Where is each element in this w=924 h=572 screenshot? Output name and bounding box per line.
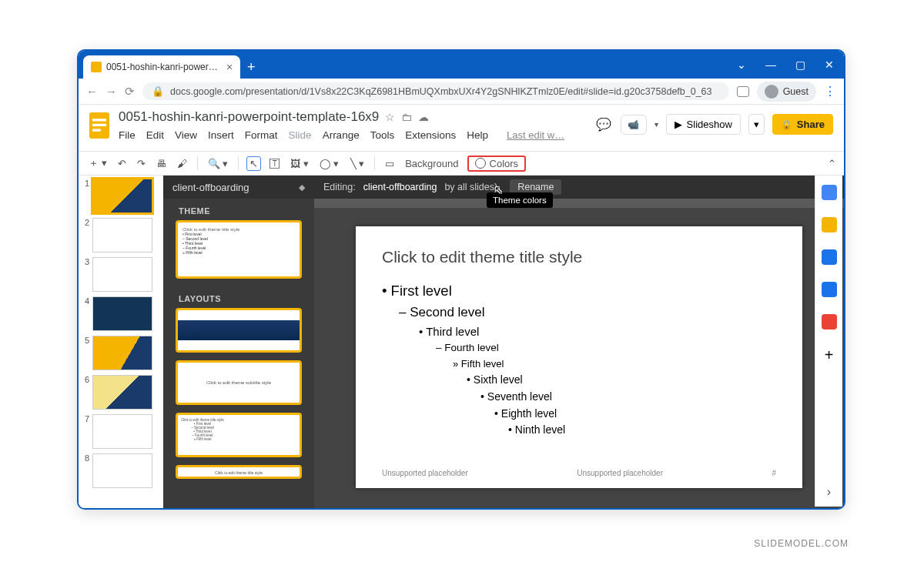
menu-format[interactable]: Format: [245, 129, 278, 141]
master-slide-canvas[interactable]: Click to edit theme title style • First …: [356, 226, 802, 488]
new-slide-button[interactable]: ＋ ▾: [86, 155, 109, 172]
address-bar[interactable]: 🔒 docs.google.com/presentation/d/1Vs8x22…: [142, 82, 729, 100]
editor-pane: Editing: client-offboarding by all slide…: [314, 176, 844, 508]
slide-thumb-8[interactable]: 8: [82, 453, 163, 488]
share-button[interactable]: 🔒Share: [772, 114, 833, 135]
shape-tool[interactable]: ◯ ▾: [317, 156, 342, 171]
meet-dropdown-icon[interactable]: ▾: [654, 120, 658, 129]
attribution: SLIDEMODEL.COM: [754, 538, 849, 549]
redo-icon[interactable]: ↷: [135, 156, 148, 171]
image-tool[interactable]: 🖼 ▾: [288, 156, 311, 171]
install-app-icon[interactable]: [737, 86, 749, 97]
url-bar: ← → ⟳ 🔒 docs.google.com/presentation/d/1…: [79, 79, 844, 105]
doc-header: 0051-hoshin-kanri-powerpoint-template-16…: [79, 105, 844, 151]
cursor-icon: ↖: [494, 184, 503, 196]
titlebar: 0051-hoshin-kanri-powerpoint-t × + ⌄ — ▢…: [79, 51, 844, 79]
theme-title-placeholder[interactable]: Click to edit theme title style: [382, 248, 776, 266]
menu-slide[interactable]: Slide: [289, 129, 312, 141]
editing-name: client-offboarding: [363, 182, 437, 192]
keep-icon[interactable]: [822, 217, 837, 232]
nav-forward-icon[interactable]: →: [105, 85, 117, 98]
layout-thumb-2[interactable]: Click to edit theme subtitle style: [176, 360, 302, 405]
reload-icon[interactable]: ⟳: [125, 85, 135, 99]
print-icon[interactable]: 🖶: [154, 156, 169, 171]
browser-window: 0051-hoshin-kanri-powerpoint-t × + ⌄ — ▢…: [77, 49, 845, 510]
browser-menu-icon[interactable]: ⋮: [824, 84, 836, 99]
line-tool[interactable]: ╲ ▾: [348, 156, 367, 171]
zoom-icon[interactable]: 🔍 ▾: [206, 156, 231, 171]
undo-icon[interactable]: ↶: [116, 156, 129, 171]
canvas-area[interactable]: Click to edit theme title style • First …: [314, 208, 844, 508]
theme-dropdown-icon[interactable]: ◆: [299, 182, 305, 192]
ruler[interactable]: [314, 199, 844, 208]
slide-thumb-5[interactable]: 5: [82, 336, 163, 370]
slide-thumb-2[interactable]: 2: [82, 218, 163, 253]
slideshow-dropdown[interactable]: ▾: [748, 114, 765, 135]
slide-thumb-7[interactable]: 7: [82, 414, 163, 449]
layout-thumb-4[interactable]: Click to edit theme title style: [176, 465, 302, 479]
slide-thumb-3[interactable]: 3: [82, 257, 163, 292]
calendar-icon[interactable]: [822, 185, 837, 200]
theme-editor: client-offboarding ◆ THEME Click to edit…: [163, 176, 844, 508]
select-tool[interactable]: ↖: [246, 156, 261, 171]
theme-master-thumb[interactable]: Click to edit theme title style• First l…: [176, 220, 302, 279]
maximize-icon[interactable]: ▢: [785, 51, 815, 79]
theme-browser-header[interactable]: client-offboarding ◆: [163, 176, 314, 199]
slides-logo-icon[interactable]: [89, 112, 109, 139]
doc-title[interactable]: 0051-hoshin-kanri-powerpoint-template-16…: [119, 109, 379, 125]
layout-thumb-1[interactable]: [176, 308, 302, 353]
browser-tab[interactable]: 0051-hoshin-kanri-powerpoint-t ×: [83, 55, 240, 79]
move-icon[interactable]: 🗀: [401, 111, 412, 123]
menu-edit[interactable]: Edit: [146, 129, 164, 141]
avatar-icon: [765, 85, 778, 99]
palette-icon: [475, 158, 486, 169]
play-icon: ▶: [675, 119, 682, 130]
close-window-icon[interactable]: ✕: [815, 51, 844, 79]
tab-title: 0051-hoshin-kanri-powerpoint-t: [106, 62, 222, 72]
guest-profile[interactable]: Guest: [757, 82, 816, 102]
last-edit-link[interactable]: Last edit w…: [507, 129, 564, 141]
colors-button[interactable]: Colors: [467, 156, 527, 172]
window-dropdown-icon[interactable]: ⌄: [727, 51, 756, 79]
menu-arrange[interactable]: Arrange: [323, 129, 360, 141]
guest-label: Guest: [783, 86, 808, 97]
theme-browser: client-offboarding ◆ THEME Click to edit…: [163, 176, 314, 508]
slideshow-button[interactable]: ▶Slideshow: [666, 114, 741, 135]
menu-extensions[interactable]: Extensions: [405, 129, 456, 141]
paint-format-icon[interactable]: 🖌: [175, 156, 189, 171]
nav-back-icon[interactable]: ←: [86, 85, 98, 98]
menu-help[interactable]: Help: [467, 129, 488, 141]
minimize-icon[interactable]: —: [756, 51, 785, 79]
cloud-status-icon[interactable]: ☁: [418, 111, 429, 123]
contacts-icon[interactable]: [822, 282, 837, 297]
filmstrip[interactable]: 12345678: [79, 176, 163, 508]
placeholder-tool[interactable]: ▭: [383, 156, 397, 171]
maps-icon[interactable]: [822, 314, 837, 329]
share-lock-icon: 🔒: [781, 119, 792, 130]
collapse-toolbar-icon[interactable]: ⌃: [828, 158, 836, 169]
tab-favicon: [91, 62, 102, 72]
star-icon[interactable]: ☆: [385, 111, 395, 123]
menu-file[interactable]: File: [119, 129, 136, 141]
layout-thumb-3[interactable]: Click to edit theme title style• First l…: [176, 413, 302, 457]
new-tab-button[interactable]: +: [240, 55, 262, 79]
slide-thumb-1[interactable]: 1: [82, 179, 163, 213]
menu-tools[interactable]: Tools: [370, 129, 395, 141]
tab-close-icon[interactable]: ×: [226, 61, 233, 73]
slide-thumb-6[interactable]: 6: [82, 375, 163, 410]
textbox-tool[interactable]: 🅃: [267, 156, 282, 171]
doc-actions: 💬 📹 ▾ ▶Slideshow ▾ 🔒Share: [594, 109, 833, 135]
tasks-icon[interactable]: [822, 249, 837, 265]
addons-plus-icon[interactable]: +: [825, 346, 834, 364]
theme-body-placeholder[interactable]: • First level – Second level • Third lev…: [382, 280, 776, 439]
menu-insert[interactable]: Insert: [208, 129, 234, 141]
layouts-section-label: LAYOUTS: [163, 286, 314, 308]
background-button[interactable]: Background: [403, 156, 460, 171]
menu-view[interactable]: View: [175, 129, 197, 141]
lock-icon: 🔒: [152, 85, 164, 97]
meet-button[interactable]: 📹: [621, 115, 647, 135]
theme-section-label: THEME: [163, 199, 314, 220]
side-panel-expand-icon[interactable]: ›: [827, 485, 831, 499]
slide-thumb-4[interactable]: 4: [82, 296, 163, 331]
comments-icon[interactable]: 💬: [594, 115, 613, 134]
